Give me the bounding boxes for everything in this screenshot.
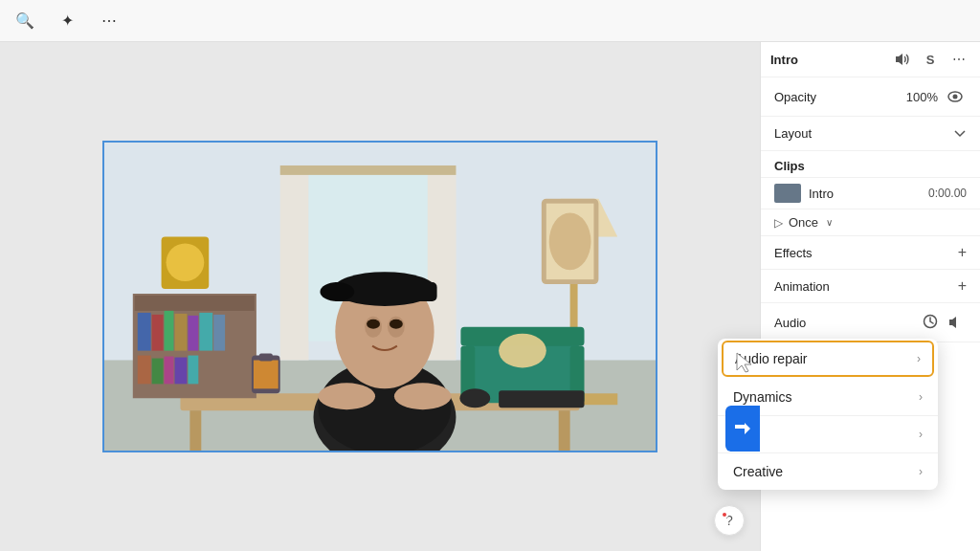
svg-point-41 [549,213,591,271]
audio-repair-chevron: › [917,352,921,365]
svg-rect-10 [165,311,174,351]
notification-dot [721,511,728,518]
opacity-row: Opacity 100% [761,77,980,117]
search-icon[interactable]: 🔍 [11,8,38,34]
layout-expand-icon[interactable] [953,126,967,141]
once-label: Once [789,215,818,230]
s-label-icon[interactable]: S [919,48,942,71]
dynamics-chevron: › [919,390,923,404]
eq-chevron: › [919,428,923,441]
audio-speaker-icon[interactable] [944,311,967,334]
svg-rect-12 [188,316,198,351]
svg-rect-18 [174,358,187,385]
speaker2-icon [947,316,963,329]
svg-point-54 [394,383,452,409]
once-row[interactable]: ▷ Once ∨ [761,209,980,236]
clock-icon [923,314,938,329]
svg-rect-35 [280,170,309,361]
top-toolbar: 🔍 ✦ ⋯ [0,0,980,42]
opacity-label: Opacity [774,90,816,104]
effects-label: Effects [774,246,813,260]
creative-label: Creative [733,464,783,479]
dropdown-item-dynamics[interactable]: Dynamics › [718,379,938,416]
animation-label: Animation [774,279,830,294]
svg-rect-21 [254,361,278,389]
svg-rect-5 [559,410,570,451]
svg-rect-8 [138,313,151,351]
audio-label: Audio [774,316,806,330]
dropdown-item-creative[interactable]: Creative › [718,453,938,490]
layout-label: Layout [774,126,812,141]
eq-label: EQ [733,427,752,442]
dropdown-menu: Audio repair › Dynamics › EQ › Creative … [718,339,938,490]
animation-row: Animation + [761,270,980,303]
svg-point-55 [459,388,490,408]
dropdown-item-eq[interactable]: EQ › [718,416,938,453]
svg-point-48 [320,282,354,301]
svg-point-60 [953,95,958,99]
speaker-icon [894,53,909,66]
intro-actions: S ⋯ [890,48,970,71]
svg-rect-9 [152,315,164,351]
svg-rect-4 [189,410,201,451]
main-area: Audio repair › Dynamics › EQ › Creative … [0,42,980,551]
clips-header: Clips [761,151,980,178]
more-icon[interactable]: ⋯ [96,8,122,34]
svg-point-52 [390,320,403,329]
svg-rect-11 [174,314,187,351]
intro-header-row: Intro S ⋯ [761,42,980,77]
play-icon: ▷ [774,216,783,230]
dynamics-label: Dynamics [733,389,791,405]
svg-rect-56 [499,390,584,408]
svg-rect-19 [188,356,198,385]
once-chevron-icon: ∨ [826,217,833,228]
intro-label: Intro [770,53,798,67]
animation-add-icon[interactable]: + [958,277,967,295]
svg-point-51 [367,320,380,329]
layout-row: Layout [761,117,980,151]
svg-rect-15 [138,356,151,385]
ai-icon[interactable]: ✦ [54,8,80,34]
video-placeholder [104,143,656,451]
svg-point-53 [318,383,375,409]
effects-row: Effects + [761,236,980,270]
clip-row[interactable]: Intro 0:00.00 [761,178,980,209]
clip-name: Intro [809,187,921,201]
creative-chevron: › [919,465,923,478]
canvas-area: Audio repair › Dynamics › EQ › Creative … [0,42,760,551]
eye-icon [947,91,963,102]
clip-time: 0:00.00 [928,187,967,200]
svg-rect-13 [199,313,212,351]
svg-rect-22 [259,354,273,362]
audio-row: Audio [761,303,980,342]
chevron-down-icon [953,128,967,138]
opacity-eye-icon[interactable] [944,85,967,108]
svg-point-58 [167,243,205,281]
video-preview[interactable] [102,141,657,452]
svg-rect-14 [213,315,225,351]
help-button[interactable]: ? [714,505,745,536]
clips-label: Clips [774,159,805,173]
more-options-icon[interactable]: ⋯ [947,48,970,71]
svg-rect-7 [135,296,255,311]
dropdown-item-audio-repair[interactable]: Audio repair › [722,341,934,377]
opacity-value: 100% [906,90,938,104]
audio-icon[interactable] [890,48,913,71]
svg-rect-16 [152,359,164,385]
audio-clock-icon[interactable] [923,314,938,332]
clip-thumbnail [774,184,801,203]
effects-add-icon[interactable]: + [958,244,967,261]
video-scene [104,143,656,451]
svg-point-34 [499,334,546,368]
svg-rect-17 [165,357,174,385]
audio-repair-label: Audio repair [735,351,808,366]
svg-rect-38 [280,165,457,175]
